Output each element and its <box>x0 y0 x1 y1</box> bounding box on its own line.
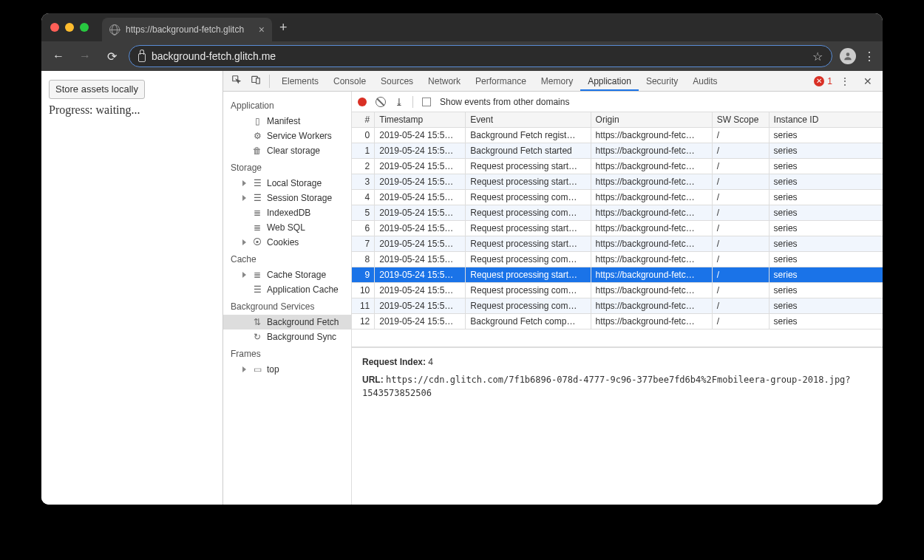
address-bar[interactable]: background-fetch.glitch.me ☆ <box>129 45 832 67</box>
devtools: ElementsConsoleSourcesNetworkPerformance… <box>222 71 883 505</box>
trash-icon: 🗑 <box>252 146 262 156</box>
column-header[interactable]: Event <box>466 112 591 128</box>
cell: / <box>712 159 769 174</box>
devtools-menu-button[interactable]: ⋮ <box>834 75 856 87</box>
table-row[interactable]: 12019-05-24 15:5…Background Fetch starte… <box>352 143 883 159</box>
sidebar-item-clear-storage[interactable]: 🗑Clear storage <box>223 143 351 158</box>
devtools-tab-security[interactable]: Security <box>639 72 685 91</box>
devtools-tab-application[interactable]: Application <box>580 72 639 91</box>
table-row[interactable]: 32019-05-24 15:5…Request processing star… <box>352 174 883 190</box>
sidebar-group: Frames <box>223 344 351 362</box>
table-row[interactable]: 102019-05-24 15:5…Request processing com… <box>352 283 883 298</box>
column-header[interactable]: Origin <box>591 112 712 128</box>
devtools-tab-performance[interactable]: Performance <box>468 72 534 91</box>
error-icon: ✕ <box>814 76 824 86</box>
forward-button[interactable]: → <box>75 47 95 66</box>
sidebar-item-label: Session Storage <box>267 193 332 203</box>
table-row[interactable]: 02019-05-24 15:5…Background Fetch regist… <box>352 128 883 143</box>
tab-title: https://background-fetch.glitch <box>126 24 253 35</box>
devtools-tab-memory[interactable]: Memory <box>534 72 580 91</box>
gear-icon: ⚙ <box>252 131 262 141</box>
column-header[interactable]: # <box>352 112 375 128</box>
show-other-domains-checkbox[interactable] <box>422 98 431 106</box>
store-assets-button[interactable]: Store assets locally <box>49 80 145 99</box>
device-toggle-icon[interactable] <box>247 75 265 87</box>
table-row[interactable]: 92019-05-24 15:5…Request processing star… <box>352 267 883 283</box>
devtools-tab-audits[interactable]: Audits <box>685 72 724 91</box>
reload-button[interactable]: ⟳ <box>102 47 121 66</box>
cell: https://background-fetc… <box>591 205 712 221</box>
close-tab-button[interactable]: × <box>259 24 265 35</box>
maximize-window-button[interactable] <box>80 23 89 32</box>
table-row[interactable]: 112019-05-24 15:5…Request processing com… <box>352 298 883 314</box>
inspect-icon[interactable] <box>228 75 245 87</box>
cell: / <box>712 283 769 298</box>
sidebar-item-top[interactable]: ▭top <box>223 362 351 377</box>
url-label: URL: <box>362 375 384 385</box>
cell: 2019-05-24 15:5… <box>375 128 466 143</box>
sidebar-item-service-workers[interactable]: ⚙Service Workers <box>223 129 351 143</box>
download-button[interactable]: ⤓ <box>395 96 404 108</box>
bookmark-icon[interactable]: ☆ <box>812 49 823 64</box>
record-button[interactable] <box>358 98 367 106</box>
sidebar-item-label: Cache Storage <box>267 270 326 280</box>
devtools-close-button[interactable]: ✕ <box>857 75 878 87</box>
column-header[interactable]: Timestamp <box>375 112 466 128</box>
column-header[interactable]: SW Scope <box>712 112 769 128</box>
minimize-window-button[interactable] <box>65 23 74 32</box>
close-window-button[interactable] <box>50 23 59 32</box>
sidebar-item-cookies[interactable]: ⦿Cookies <box>223 235 351 250</box>
sidebar-item-application-cache[interactable]: ☰Application Cache <box>223 282 351 297</box>
table-row[interactable]: 22019-05-24 15:5…Request processing star… <box>352 159 883 174</box>
sidebar-item-background-fetch[interactable]: ⇅Background Fetch <box>223 315 351 329</box>
profile-button[interactable] <box>840 48 856 64</box>
devtools-tab-sources[interactable]: Sources <box>373 72 421 91</box>
new-tab-button[interactable]: + <box>279 20 288 35</box>
table-row[interactable]: 52019-05-24 15:5…Request processing com…… <box>352 205 883 221</box>
cell: Request processing com… <box>466 205 591 221</box>
cell: https://background-fetc… <box>591 143 712 159</box>
cell: series <box>769 190 883 205</box>
sidebar-item-session-storage[interactable]: ☰Session Storage <box>223 191 351 205</box>
table-row[interactable]: 122019-05-24 15:5…Background Fetch comp…… <box>352 314 883 329</box>
cell: https://background-fetc… <box>591 190 712 205</box>
sidebar-item-cache-storage[interactable]: ≣Cache Storage <box>223 267 351 282</box>
cell: series <box>769 159 883 174</box>
application-sidebar[interactable]: Application▯Manifest⚙Service Workers🗑Cle… <box>223 92 352 505</box>
devtools-tab-elements[interactable]: Elements <box>274 72 326 91</box>
back-button[interactable]: ← <box>49 47 68 66</box>
error-indicator[interactable]: ✕ 1 <box>814 76 832 86</box>
cell: 0 <box>352 128 375 143</box>
cell: series <box>769 128 883 143</box>
cell: https://background-fetc… <box>591 174 712 190</box>
cell: series <box>769 221 883 236</box>
cell: 2019-05-24 15:5… <box>375 221 466 236</box>
column-header[interactable]: Instance ID <box>769 112 883 128</box>
cell: 2019-05-24 15:5… <box>375 174 466 190</box>
cell: 2019-05-24 15:5… <box>375 190 466 205</box>
disks-icon: ≣ <box>252 270 262 280</box>
browser-tab[interactable]: https://background-fetch.glitch × <box>102 18 272 41</box>
devtools-tab-console[interactable]: Console <box>326 72 373 91</box>
devtools-tab-network[interactable]: Network <box>421 72 468 91</box>
cell: https://background-fetc… <box>591 283 712 298</box>
sidebar-item-background-sync[interactable]: ↻Background Sync <box>223 329 351 344</box>
sidebar-item-indexeddb[interactable]: ≣IndexedDB <box>223 205 351 220</box>
events-toolbar: ⤓ Show events from other domains <box>352 92 883 112</box>
globe-icon <box>109 24 120 35</box>
browser-menu-button[interactable]: ⋮ <box>863 49 875 64</box>
sidebar-item-local-storage[interactable]: ☰Local Storage <box>223 176 351 191</box>
sidebar-item-label: Background Sync <box>267 332 336 342</box>
expand-icon <box>242 195 246 201</box>
progress-text: Progress: waiting... <box>49 102 215 118</box>
table-row[interactable]: 82019-05-24 15:5…Request processing com…… <box>352 252 883 267</box>
cell: series <box>769 205 883 221</box>
table-row[interactable]: 62019-05-24 15:5…Request processing star… <box>352 221 883 236</box>
expand-icon <box>242 180 246 186</box>
table-row[interactable]: 42019-05-24 15:5…Request processing com…… <box>352 190 883 205</box>
cell: Request processing start… <box>466 236 591 252</box>
sidebar-item-web-sql[interactable]: ≣Web SQL <box>223 220 351 235</box>
table-row[interactable]: 72019-05-24 15:5…Request processing star… <box>352 236 883 252</box>
clear-button[interactable] <box>376 97 386 107</box>
sidebar-item-manifest[interactable]: ▯Manifest <box>223 114 351 129</box>
